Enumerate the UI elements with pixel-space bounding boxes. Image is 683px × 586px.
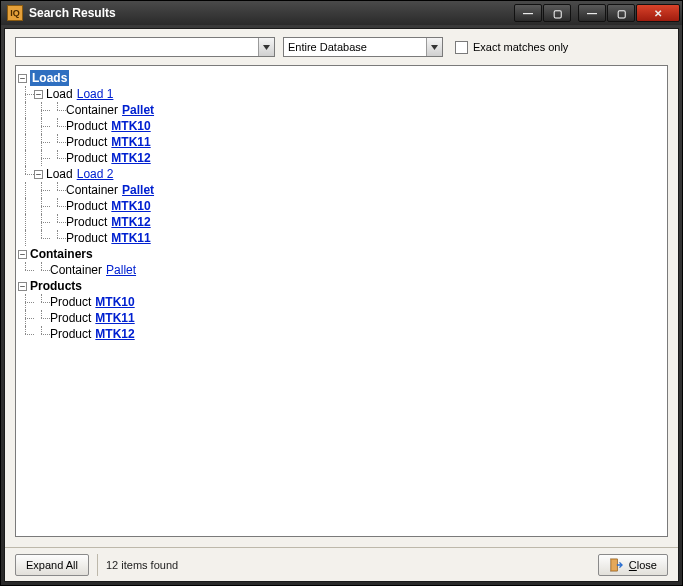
close-window-button[interactable]: ✕ bbox=[636, 4, 680, 22]
tree-item-prefix: Container bbox=[50, 262, 102, 278]
tree-load-node[interactable]: − Load Load 2 bbox=[18, 166, 665, 182]
product-link[interactable]: MTK11 bbox=[111, 134, 150, 150]
expander-icon[interactable]: − bbox=[18, 282, 27, 291]
tree-item-prefix: Load bbox=[46, 166, 73, 182]
tree-item-prefix: Product bbox=[66, 214, 107, 230]
product-link[interactable]: MTK12 bbox=[111, 214, 150, 230]
tree-item-prefix: Container bbox=[66, 182, 118, 198]
tree-item-prefix: Product bbox=[50, 326, 91, 342]
exact-matches-checkbox[interactable] bbox=[455, 41, 468, 54]
status-text: 12 items found bbox=[97, 554, 178, 576]
window-controls: — ▢ — ▢ ✕ bbox=[513, 4, 680, 22]
scope-combo[interactable]: Entire Database bbox=[283, 37, 443, 57]
expand-all-button[interactable]: Expand All bbox=[15, 554, 89, 576]
tree-item-prefix: Product bbox=[50, 294, 91, 310]
product-link[interactable]: MTK10 bbox=[111, 118, 150, 134]
exact-matches-option[interactable]: Exact matches only bbox=[455, 41, 568, 54]
search-results-window: IQ Search Results — ▢ — ▢ ✕ Entire Datab… bbox=[0, 0, 683, 586]
tree-category-label: Loads bbox=[30, 70, 69, 86]
tree-item-prefix: Product bbox=[66, 150, 107, 166]
product-link[interactable]: MTK12 bbox=[111, 150, 150, 166]
tree-leaf[interactable]: Product MTK10 bbox=[18, 198, 665, 214]
tree-item-prefix: Load bbox=[46, 86, 73, 102]
product-link[interactable]: MTK10 bbox=[111, 198, 150, 214]
tree-leaf[interactable]: Product MTK11 bbox=[18, 230, 665, 246]
tree-leaf[interactable]: Product MTK11 bbox=[18, 310, 665, 326]
window-title: Search Results bbox=[29, 6, 513, 20]
tree-item-prefix: Product bbox=[66, 134, 107, 150]
maximize-button-2[interactable]: ▢ bbox=[607, 4, 635, 22]
load-link[interactable]: Load 1 bbox=[77, 86, 114, 102]
content-frame: Entire Database Exact matches only − Loa… bbox=[4, 28, 679, 582]
tree-item-prefix: Product bbox=[66, 230, 107, 246]
tree-leaf[interactable]: Product MTK12 bbox=[18, 150, 665, 166]
tree-leaf[interactable]: Product MTK10 bbox=[18, 118, 665, 134]
door-exit-icon bbox=[609, 558, 623, 572]
search-toolbar: Entire Database Exact matches only bbox=[5, 29, 678, 65]
tree-leaf[interactable]: Product MTK11 bbox=[18, 134, 665, 150]
tree-leaf[interactable]: Container Pallet bbox=[18, 262, 665, 278]
product-link[interactable]: MTK11 bbox=[111, 230, 150, 246]
tree-category-containers[interactable]: − Containers bbox=[18, 246, 665, 262]
maximize-button-1[interactable]: ▢ bbox=[543, 4, 571, 22]
expand-all-label: Expand All bbox=[26, 559, 78, 571]
close-button[interactable]: Close bbox=[598, 554, 668, 576]
tree-item-prefix: Product bbox=[50, 310, 91, 326]
tree-leaf[interactable]: Container Pallet bbox=[18, 102, 665, 118]
tree-leaf[interactable]: Product MTK10 bbox=[18, 294, 665, 310]
scope-dropdown-button[interactable] bbox=[426, 38, 442, 56]
chevron-down-icon bbox=[431, 45, 438, 50]
tree-item-prefix: Container bbox=[66, 102, 118, 118]
tree-category-label: Products bbox=[30, 278, 82, 294]
product-link[interactable]: MTK12 bbox=[95, 326, 134, 342]
tree-category-loads[interactable]: − Loads bbox=[18, 70, 665, 86]
product-link[interactable]: MTK10 bbox=[95, 294, 134, 310]
product-link[interactable]: MTK11 bbox=[95, 310, 134, 326]
minimize-button-2[interactable]: — bbox=[578, 4, 606, 22]
tree-load-node[interactable]: − Load Load 1 bbox=[18, 86, 665, 102]
titlebar: IQ Search Results — ▢ — ▢ ✕ bbox=[1, 1, 682, 25]
container-link[interactable]: Pallet bbox=[122, 182, 154, 198]
exact-matches-label: Exact matches only bbox=[473, 41, 568, 53]
scope-value: Entire Database bbox=[284, 38, 426, 56]
container-link[interactable]: Pallet bbox=[106, 262, 136, 278]
tree-leaf[interactable]: Container Pallet bbox=[18, 182, 665, 198]
search-term-combo[interactable] bbox=[15, 37, 275, 57]
chevron-down-icon bbox=[263, 45, 270, 50]
search-term-value[interactable] bbox=[16, 38, 258, 56]
tree-item-prefix: Product bbox=[66, 118, 107, 134]
minimize-button-1[interactable]: — bbox=[514, 4, 542, 22]
search-term-dropdown-button[interactable] bbox=[258, 38, 274, 56]
svg-rect-1 bbox=[611, 559, 616, 570]
close-label: Close bbox=[629, 559, 657, 571]
container-link[interactable]: Pallet bbox=[122, 102, 154, 118]
tree-leaf[interactable]: Product MTK12 bbox=[18, 214, 665, 230]
expander-icon[interactable]: − bbox=[34, 90, 43, 99]
expander-icon[interactable]: − bbox=[18, 74, 27, 83]
expander-icon[interactable]: − bbox=[34, 170, 43, 179]
expander-icon[interactable]: − bbox=[18, 250, 27, 259]
tree-category-products[interactable]: − Products bbox=[18, 278, 665, 294]
tree-item-prefix: Product bbox=[66, 198, 107, 214]
results-tree[interactable]: − Loads − Load Load 1 Container Pallet P… bbox=[15, 65, 668, 537]
tree-leaf[interactable]: Product MTK12 bbox=[18, 326, 665, 342]
load-link[interactable]: Load 2 bbox=[77, 166, 114, 182]
app-icon: IQ bbox=[7, 5, 23, 21]
bottom-bar: Expand All 12 items found Close bbox=[5, 547, 678, 581]
tree-category-label: Containers bbox=[30, 246, 93, 262]
